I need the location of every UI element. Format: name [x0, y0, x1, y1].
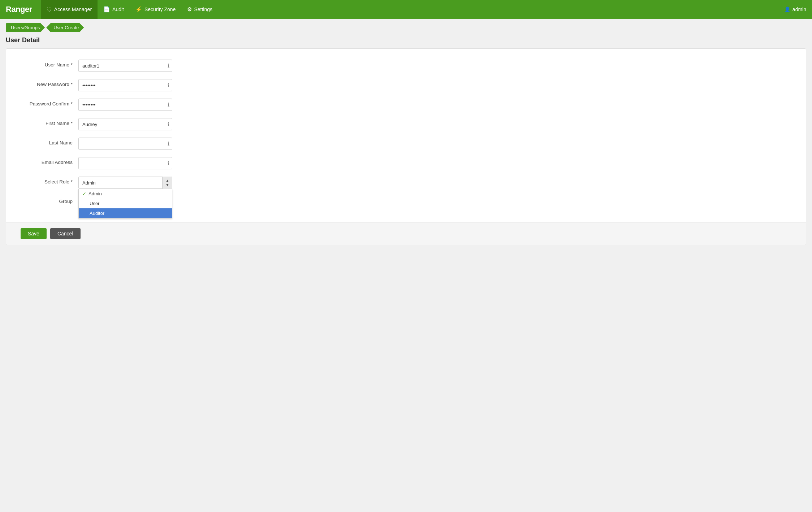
- password-label: New Password *: [21, 79, 78, 87]
- firstname-input-wrap: ℹ: [78, 118, 172, 130]
- save-button[interactable]: Save: [21, 228, 47, 239]
- access-manager-icon: 🛡: [47, 6, 52, 13]
- firstname-group: First Name * ℹ: [21, 118, 791, 130]
- firstname-label: First Name *: [21, 118, 78, 126]
- role-option-auditor[interactable]: Auditor: [79, 208, 172, 218]
- role-select-wrap: Admin ▲▼ ✓ Admin User: [78, 177, 172, 189]
- admin-label: admin: [792, 6, 806, 12]
- email-input[interactable]: [78, 157, 172, 169]
- nav-audit-label: Audit: [112, 6, 124, 12]
- nav-settings[interactable]: ⚙ Settings: [181, 0, 218, 19]
- email-group: Email Address ℹ: [21, 157, 791, 169]
- role-option-user-label: User: [90, 201, 99, 206]
- admin-user-icon: [784, 6, 790, 12]
- password-confirm-input-wrap: ℹ: [78, 99, 172, 111]
- role-select-arrow-icon[interactable]: ▲▼: [162, 177, 172, 189]
- cancel-button[interactable]: Cancel: [50, 228, 81, 239]
- brand-logo: Ranger: [6, 5, 32, 14]
- username-input-wrap: ℹ: [78, 60, 172, 72]
- page-title: User Detail: [6, 36, 806, 44]
- role-dropdown-list: ✓ Admin User Auditor: [78, 189, 172, 218]
- nav-settings-label: Settings: [194, 6, 212, 12]
- form-body: User Name * ℹ New Password * ℹ Password …: [6, 60, 806, 222]
- role-option-user[interactable]: User: [79, 199, 172, 208]
- breadcrumb: Users/Groups User Create: [0, 19, 812, 36]
- admin-check-icon: ✓: [82, 191, 86, 196]
- form-card: User Name * ℹ New Password * ℹ Password …: [6, 48, 806, 245]
- group-label: Group: [21, 196, 78, 204]
- password-confirm-info-icon[interactable]: ℹ: [168, 102, 169, 108]
- lastname-info-icon[interactable]: ℹ: [168, 141, 169, 147]
- lastname-group: Last Name ℹ: [21, 138, 791, 150]
- lastname-input[interactable]: [78, 138, 172, 150]
- role-option-admin-label: Admin: [88, 191, 102, 196]
- admin-menu[interactable]: admin: [784, 6, 806, 12]
- firstname-input[interactable]: [78, 118, 172, 130]
- password-input[interactable]: [78, 79, 172, 91]
- email-info-icon[interactable]: ℹ: [168, 160, 169, 166]
- nav-access-manager[interactable]: 🛡 Access Manager: [41, 0, 98, 19]
- email-input-wrap: ℹ: [78, 157, 172, 169]
- role-option-auditor-label: Auditor: [90, 211, 104, 216]
- security-zone-icon: ⚡: [135, 6, 142, 13]
- breadcrumb-user-create[interactable]: User Create: [46, 23, 84, 32]
- nav-access-manager-label: Access Manager: [54, 6, 92, 12]
- nav-security-zone[interactable]: ⚡ Security Zone: [130, 0, 181, 19]
- email-label: Email Address: [21, 157, 78, 165]
- username-label: User Name *: [21, 60, 78, 68]
- role-select-trigger[interactable]: Admin: [78, 177, 172, 189]
- nav-audit[interactable]: 📄 Audit: [98, 0, 130, 19]
- password-info-icon[interactable]: ℹ: [168, 82, 169, 88]
- lastname-input-wrap: ℹ: [78, 138, 172, 150]
- username-group: User Name * ℹ: [21, 60, 791, 72]
- username-input[interactable]: [78, 60, 172, 72]
- password-confirm-input[interactable]: [78, 99, 172, 111]
- navbar: Ranger 🛡 Access Manager 📄 Audit ⚡ Securi…: [0, 0, 812, 19]
- password-group: New Password * ℹ: [21, 79, 791, 91]
- breadcrumb-users-groups[interactable]: Users/Groups: [6, 23, 45, 32]
- nav-security-zone-label: Security Zone: [144, 6, 176, 12]
- username-info-icon[interactable]: ℹ: [168, 63, 169, 69]
- password-confirm-group: Password Confirm * ℹ: [21, 99, 791, 111]
- audit-icon: 📄: [103, 6, 110, 13]
- form-footer: Save Cancel: [6, 222, 806, 245]
- role-selected-value: Admin: [82, 180, 96, 186]
- role-label: Select Role *: [21, 177, 78, 185]
- password-input-wrap: ℹ: [78, 79, 172, 91]
- lastname-label: Last Name: [21, 138, 78, 146]
- settings-icon: ⚙: [187, 6, 192, 13]
- role-group: Select Role * Admin ▲▼ ✓ Admin: [21, 177, 791, 189]
- page-content: User Detail User Name * ℹ New Password *…: [0, 36, 812, 251]
- password-confirm-label: Password Confirm *: [21, 99, 78, 107]
- role-option-admin[interactable]: ✓ Admin: [79, 189, 172, 199]
- navbar-items: 🛡 Access Manager 📄 Audit ⚡ Security Zone…: [41, 0, 784, 19]
- firstname-info-icon[interactable]: ℹ: [168, 121, 169, 127]
